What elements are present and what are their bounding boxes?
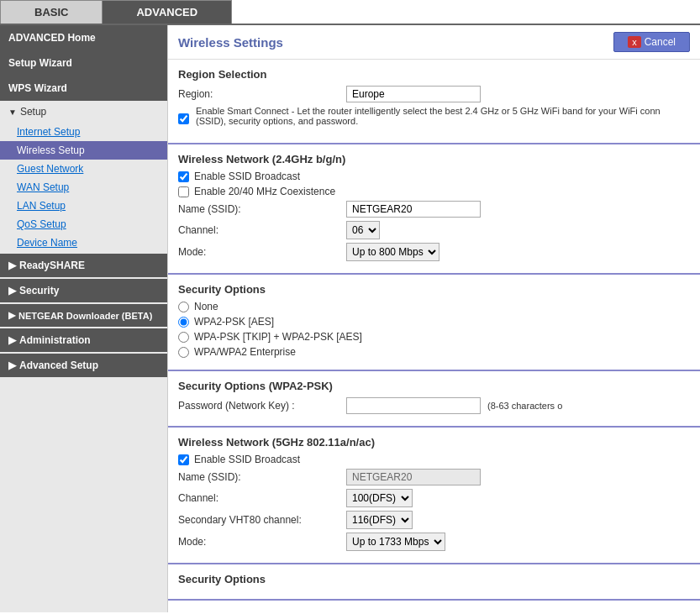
mode-5g-row: Mode: Up to 1733 Mbps Up to 867 Mbps Up …: [178, 533, 690, 551]
sidebar-item-wan-setup[interactable]: WAN Setup: [0, 178, 167, 197]
sidebar-item-setup-wizard[interactable]: Setup Wizard: [0, 50, 167, 76]
security-options-section: Security Options None WPA2-PSK [AES] WPA…: [168, 275, 700, 371]
password-row: Password (Network Key) : (8-63 character…: [178, 397, 690, 414]
sidebar-item-qos-setup[interactable]: QoS Setup: [0, 215, 167, 234]
radio-wpa2-psk-row: WPA2-PSK [AES]: [178, 316, 690, 328]
smart-connect-text: Enable Smart Connect - Let the router in…: [196, 106, 690, 126]
administration-arrow-icon: ▶: [8, 334, 16, 346]
ssid-name-5g-label: Name (SSID):: [178, 471, 346, 483]
secondary-vht80-label: Secondary VHT80 channel:: [178, 514, 346, 526]
security-wpa2-section: Security Options (WPA2-PSK) Password (Ne…: [168, 371, 700, 428]
page-title: Wireless Settings: [178, 35, 283, 50]
sidebar-item-setup[interactable]: ▼ Setup: [0, 101, 167, 123]
sidebar-item-lan-setup[interactable]: LAN Setup: [0, 197, 167, 215]
region-selection-section: Region Selection Region: Enable Smart Co…: [168, 60, 700, 144]
security-options-title: Security Options: [178, 283, 690, 296]
mode-5g-select[interactable]: Up to 1733 Mbps Up to 867 Mbps Up to 400…: [346, 533, 445, 551]
enable-ssid-broadcast-5g-checkbox[interactable]: [178, 454, 189, 465]
smart-connect-checkbox[interactable]: [178, 113, 189, 124]
tab-basic[interactable]: BASIC: [0, 0, 102, 24]
channel-label: Channel:: [178, 224, 346, 236]
radio-wpa2-psk[interactable]: [178, 317, 189, 328]
channel-row: Channel: 06 01020304 05070809 1011: [178, 221, 690, 239]
radio-wpa-psk[interactable]: [178, 332, 189, 343]
region-section-title: Region Selection: [178, 68, 690, 81]
sidebar-item-advanced-home[interactable]: ADVANCED Home: [0, 25, 167, 50]
radio-none-row: None: [178, 301, 690, 312]
security-arrow-icon: ▶: [8, 285, 16, 297]
enable-coexistence-checkbox[interactable]: [178, 186, 189, 197]
region-row: Region:: [178, 86, 690, 102]
sidebar-item-advanced-setup[interactable]: ▶ Advanced Setup: [0, 354, 167, 377]
mode-row: Mode: Up to 800 Mbps Up to 400 Mbps Up t…: [178, 243, 690, 261]
mode-label: Mode:: [178, 246, 346, 258]
channel-5g-label: Channel:: [178, 492, 346, 504]
password-input[interactable]: [346, 397, 481, 414]
channel-select[interactable]: 06 01020304 05070809 1011: [346, 221, 380, 239]
sidebar-item-device-name[interactable]: Device Name: [0, 234, 167, 252]
security-options-5g-title: Security Options: [178, 573, 690, 585]
sidebar-item-netgear-downloader[interactable]: ▶ NETGEAR Downloader (BETA): [0, 304, 167, 327]
wireless-5g-section: Wireless Network (5GHz 802.11a/n/ac) Ena…: [168, 428, 700, 564]
region-input[interactable]: [346, 86, 481, 102]
password-label: Password (Network Key) :: [178, 400, 346, 412]
enable-ssid-broadcast-checkbox[interactable]: [178, 171, 189, 182]
radio-none[interactable]: [178, 302, 189, 312]
smart-connect-row: Enable Smart Connect - Let the router in…: [178, 106, 690, 131]
channel-5g-select[interactable]: 100(DFS) 36404448 149153157161: [346, 489, 413, 507]
sidebar-item-security[interactable]: ▶ Security: [0, 279, 167, 302]
mode-5g-label: Mode:: [178, 536, 346, 548]
tab-advanced[interactable]: ADVANCED: [102, 0, 232, 24]
wireless-5g-title: Wireless Network (5GHz 802.11a/n/ac): [178, 436, 690, 449]
radio-wpa-enterprise[interactable]: [178, 347, 189, 358]
sidebar-item-internet-setup[interactable]: Internet Setup: [0, 123, 167, 141]
sidebar: ADVANCED Home Setup Wizard WPS Wizard ▼ …: [0, 25, 168, 612]
ssid-name-5g-input[interactable]: [346, 469, 481, 485]
cancel-button[interactable]: x Cancel: [613, 32, 690, 52]
ssid-name-5g-row: Name (SSID):: [178, 469, 690, 485]
region-label: Region:: [178, 88, 346, 100]
ssid-name-row: Name (SSID):: [178, 201, 690, 218]
secondary-vht80-select[interactable]: 116(DFS) 36404448: [346, 511, 413, 529]
wireless-24-section: Wireless Network (2.4GHz b/g/n) Enable S…: [168, 144, 700, 275]
netgear-downloader-arrow-icon: ▶: [8, 310, 15, 321]
cancel-x-icon: x: [628, 36, 641, 48]
content-header: Wireless Settings x Cancel: [168, 25, 700, 60]
wireless-24-title: Wireless Network (2.4GHz b/g/n): [178, 153, 690, 165]
sidebar-item-guest-network[interactable]: Guest Network: [0, 160, 167, 178]
sidebar-item-wps-wizard[interactable]: WPS Wizard: [0, 76, 167, 101]
sidebar-item-readyshare[interactable]: ▶ ReadySHARE: [0, 254, 167, 277]
password-hint: (8-63 characters o: [487, 401, 562, 411]
advanced-setup-arrow-icon: ▶: [8, 359, 16, 371]
security-options-5g-section: Security Options: [168, 564, 700, 601]
security-wpa2-title: Security Options (WPA2-PSK): [178, 380, 690, 392]
ssid-name-input[interactable]: [346, 201, 481, 218]
readyshare-arrow-icon: ▶: [8, 260, 16, 271]
ssid-name-label: Name (SSID):: [178, 203, 346, 215]
setup-arrow-icon: ▼: [8, 108, 17, 117]
enable-ssid-broadcast-5g-row: Enable SSID Broadcast: [178, 454, 690, 465]
radio-wpa-psk-row: WPA-PSK [TKIP] + WPA2-PSK [AES]: [178, 331, 690, 343]
tab-advanced-label: ADVANCED: [136, 6, 197, 18]
sidebar-item-wireless-setup[interactable]: Wireless Setup: [0, 141, 167, 160]
tab-basic-label: BASIC: [34, 6, 68, 18]
secondary-vht80-row: Secondary VHT80 channel: 116(DFS) 364044…: [178, 511, 690, 529]
main-content: Wireless Settings x Cancel Region Select…: [168, 25, 700, 612]
enable-coexistence-row: Enable 20/40 MHz Coexistence: [178, 186, 690, 197]
radio-wpa-enterprise-row: WPA/WPA2 Enterprise: [178, 346, 690, 358]
enable-ssid-broadcast-row: Enable SSID Broadcast: [178, 171, 690, 182]
mode-select[interactable]: Up to 800 Mbps Up to 400 Mbps Up to 200 …: [346, 243, 439, 261]
channel-5g-row: Channel: 100(DFS) 36404448 149153157161: [178, 489, 690, 507]
sidebar-item-administration[interactable]: ▶ Administration: [0, 328, 167, 352]
